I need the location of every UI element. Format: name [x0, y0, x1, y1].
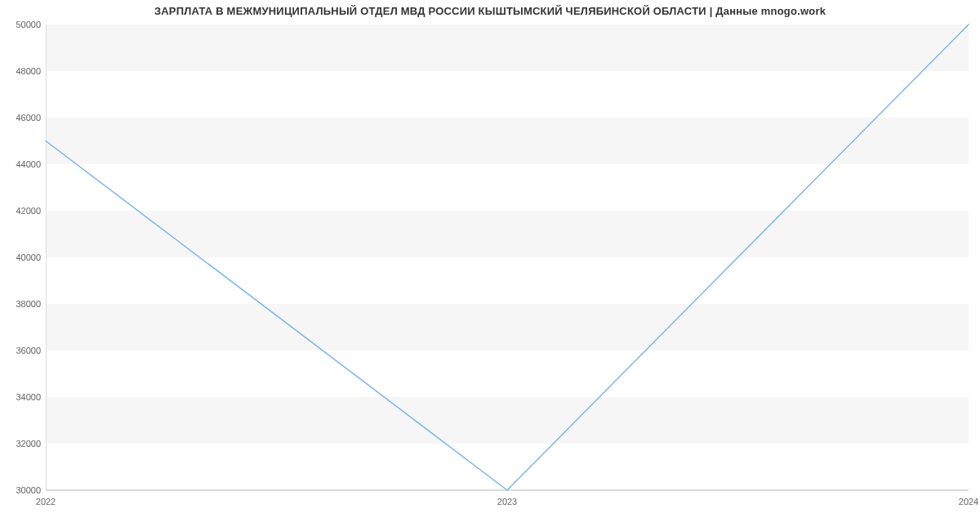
line-layer	[46, 25, 969, 490]
x-tick-label: 2023	[497, 497, 517, 506]
chart-container: ЗАРПЛАТА В МЕЖМУНИЦИПАЛЬНЫЙ ОТДЕЛ МВД РО…	[0, 0, 980, 531]
y-tick-label: 30000	[0, 485, 41, 495]
y-tick-label: 32000	[0, 439, 41, 448]
y-tick-label: 46000	[0, 113, 41, 123]
y-tick-label: 42000	[0, 206, 41, 216]
y-tick-label: 36000	[0, 346, 41, 355]
y-tick-label: 34000	[0, 392, 41, 402]
y-tick-label: 50000	[0, 20, 41, 29]
x-tick-label: 2024	[959, 497, 978, 506]
y-tick-label: 38000	[0, 299, 41, 309]
x-tick-label: 2022	[36, 497, 56, 506]
y-tick-label: 44000	[0, 159, 41, 169]
series-line	[46, 25, 969, 490]
y-tick-label: 40000	[0, 252, 41, 262]
chart-title: ЗАРПЛАТА В МЕЖМУНИЦИПАЛЬНЫЙ ОТДЕЛ МВД РО…	[0, 5, 980, 17]
y-tick-label: 48000	[0, 66, 41, 76]
